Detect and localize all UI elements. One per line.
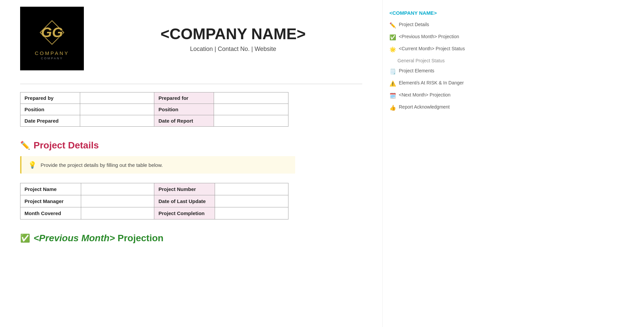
prev-month-title-prefix: <Previous Month> <box>34 233 115 243</box>
sidebar-item-label: Project Details <box>399 22 429 27</box>
logo-box: GG COMPANY COMPANY <box>20 7 84 70</box>
month-covered-label: Month Covered <box>20 207 81 219</box>
table-row: Date Prepared Date of Report <box>20 115 288 127</box>
sidebar-item-project-elements[interactable]: 🗒️ Project Elements <box>389 67 470 75</box>
star-icon: 🌟 <box>389 46 396 53</box>
project-number-label: Project Number <box>154 183 215 195</box>
prepared-for-label: Prepared for <box>154 92 214 104</box>
sidebar-item-prev-month[interactable]: ✅ <Previous Month> Projection <box>389 33 470 41</box>
sidebar-item-project-details[interactable]: ✏️ Project Details <box>389 21 470 29</box>
logo-letter: GG <box>41 24 63 41</box>
table-row: Project Name Project Number <box>20 183 288 195</box>
date-prepared-value[interactable] <box>80 115 154 127</box>
notepad-icon: 🗒️ <box>389 68 396 75</box>
sidebar: <COMPANY NAME> ✏️ Project Details ✅ <Pre… <box>382 0 476 327</box>
sidebar-item-current-month[interactable]: 🌟 <Current Month> Project Status <box>389 45 470 53</box>
position-left-value[interactable] <box>80 104 154 115</box>
sidebar-item-label: Element/s At RISK & In Danger <box>399 80 464 85</box>
sidebar-item-next-month[interactable]: 🗓️ <Next Month> Projection <box>389 91 470 100</box>
prev-month-title-suffix: Projection <box>115 233 164 243</box>
main-content: GG COMPANY COMPANY <COMPANY NAME> Locati… <box>0 0 382 327</box>
table-row: Month Covered Project Completion <box>20 207 288 219</box>
thumbsup-icon: 👍 <box>389 105 396 111</box>
header-divider <box>20 84 362 84</box>
company-name-heading: <COMPANY NAME> <box>104 25 362 43</box>
prev-month-heading: ✅ <Previous Month> Projection <box>20 233 362 244</box>
info-table: Prepared by Prepared for Position Positi… <box>20 92 288 127</box>
project-manager-label: Project Manager <box>20 195 81 207</box>
project-completion-label: Project Completion <box>154 207 215 219</box>
date-of-report-value[interactable] <box>214 115 288 127</box>
project-name-value[interactable] <box>81 183 154 195</box>
sidebar-item-label: Report Acknowledgment <box>399 104 450 110</box>
sidebar-item-label: <Next Month> Projection <box>399 92 450 97</box>
project-details-heading: ✏️ Project Details <box>20 140 362 151</box>
project-manager-value[interactable] <box>81 195 154 207</box>
prepared-for-value[interactable] <box>214 92 288 104</box>
company-contact: Location | Contact No. | Website <box>104 46 362 53</box>
warning-icon: ⚠️ <box>389 80 396 87</box>
hint-text: Provide the project details by filling o… <box>41 162 163 168</box>
header-section: GG COMPANY COMPANY <COMPANY NAME> Locati… <box>20 7 362 77</box>
project-completion-value[interactable] <box>215 207 288 219</box>
position-right-value[interactable] <box>214 104 288 115</box>
project-name-label: Project Name <box>20 183 81 195</box>
position-left-label: Position <box>20 104 80 115</box>
hint-icon: 💡 <box>28 161 37 169</box>
table-row: Position Position <box>20 104 288 115</box>
sidebar-item-report-acknowledgment[interactable]: 👍 Report Acknowledgment <box>389 104 470 112</box>
project-details-table: Project Name Project Number Project Mana… <box>20 183 288 219</box>
sidebar-item-label: <Previous Month> Projection <box>399 34 459 39</box>
checkmark-icon: ✅ <box>389 34 396 41</box>
project-number-value[interactable] <box>215 183 288 195</box>
prepared-by-value[interactable] <box>80 92 154 104</box>
sidebar-item-label: Project Elements <box>399 68 434 73</box>
project-details-icon: ✏️ <box>20 141 30 150</box>
table-row: Prepared by Prepared for <box>20 92 288 104</box>
logo-text-sub: COMPANY <box>41 57 63 60</box>
date-last-update-label: Date of Last Update <box>154 195 215 207</box>
position-right-label: Position <box>154 104 214 115</box>
prev-month-icon: ✅ <box>20 234 30 243</box>
date-prepared-label: Date Prepared <box>20 115 80 127</box>
company-title-block: <COMPANY NAME> Location | Contact No. | … <box>104 25 362 53</box>
project-details-title: Project Details <box>34 140 99 151</box>
sidebar-item-label: <Current Month> Project Status <box>399 46 465 51</box>
sidebar-company-name[interactable]: <COMPANY NAME> <box>389 10 470 16</box>
logo-diamond: GG <box>37 17 67 48</box>
pencil-icon: ✏️ <box>389 22 396 28</box>
sidebar-sub-label: General Project Status <box>397 58 445 63</box>
prepared-by-label: Prepared by <box>20 92 80 104</box>
hint-box: 💡 Provide the project details by filling… <box>20 156 295 174</box>
calendar-icon: 🗓️ <box>389 92 396 99</box>
date-of-report-label: Date of Report <box>154 115 214 127</box>
date-last-update-value[interactable] <box>215 195 288 207</box>
prev-month-title: <Previous Month> Projection <box>34 233 163 244</box>
table-row: Project Manager Date of Last Update <box>20 195 288 207</box>
month-covered-value[interactable] <box>81 207 154 219</box>
sidebar-subitem-general-status[interactable]: General Project Status <box>389 57 470 64</box>
sidebar-item-risk[interactable]: ⚠️ Element/s At RISK & In Danger <box>389 79 470 87</box>
logo-text-company: COMPANY <box>35 50 69 56</box>
